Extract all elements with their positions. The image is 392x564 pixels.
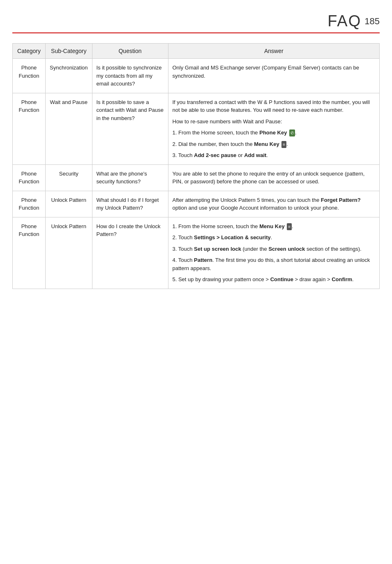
category-cell: PhoneFunction [13, 164, 46, 191]
bold-text: Screen unlock [268, 246, 305, 252]
table-row: PhoneFunction Wait and Pause Is it possi… [13, 93, 380, 164]
answer-text: Only Gmail and MS Exchange server (Compa… [173, 64, 376, 80]
bold-text: Forget Pattern? [321, 197, 361, 203]
question-cell: What are the phone's security functions? [92, 164, 168, 191]
category-cell: PhoneFunction [13, 59, 46, 93]
page-number: 185 [364, 16, 380, 27]
page-container: FAQ 185 Category Sub-Category Question A… [0, 0, 392, 564]
col-header-category: Category [13, 44, 46, 59]
category-cell: PhoneFunction [13, 93, 46, 164]
subcategory-cell: Synchronization [46, 59, 92, 93]
subcategory-cell: Security [46, 164, 92, 191]
answer-text: If you transferred a contact with the W … [173, 98, 376, 114]
table-row: PhoneFunction Unlock Pattern How do I cr… [13, 217, 380, 289]
answer-cell: Only Gmail and MS Exchange server (Compa… [168, 59, 380, 93]
question-cell: Is it possible to save a contact with Wa… [92, 93, 168, 164]
subcategory-cell: Unlock Pattern [46, 191, 92, 217]
page-header: FAQ 185 [12, 12, 380, 33]
phone-key-icon: ✆ [289, 129, 295, 136]
menu-key-icon: ≡ [281, 141, 286, 148]
col-header-question: Question [92, 44, 168, 59]
bold-text: Set up screen lock [194, 246, 241, 252]
answer-text: You are able to set the phone to require… [173, 170, 376, 186]
category-cell: PhoneFunction [13, 191, 46, 217]
answer-step: 3. Touch Set up screen lock (under the S… [173, 245, 376, 253]
answer-step: 1. From the Home screen, touch the Menu … [173, 222, 376, 231]
menu-key-icon: ≡ [287, 223, 292, 230]
table-row: PhoneFunction Unlock Pattern What should… [13, 191, 380, 217]
answer-step: 2. Touch Settings > Location & security. [173, 233, 376, 242]
bold-text: Confirm [332, 276, 352, 282]
bold-text: Phone Key [259, 129, 287, 136]
question-cell: Is it possible to synchronize my contact… [92, 59, 168, 93]
answer-cell: 1. From the Home screen, touch the Menu … [168, 217, 380, 289]
subcategory-cell: Unlock Pattern [46, 217, 92, 289]
subcategory-cell: Wait and Pause [46, 93, 92, 164]
bold-text: Continue [270, 276, 293, 282]
bold-text: Add 2-sec pause [194, 152, 236, 158]
bold-text: Menu Key [254, 141, 279, 147]
category-cell: PhoneFunction [13, 217, 46, 289]
question-cell: How do I create the Unlock Pattern? [92, 217, 168, 289]
answer-text: How to re-save numbers with Wait and Pau… [173, 118, 376, 126]
answer-step: 5. Set up by drawing your pattern once >… [173, 275, 376, 284]
table-row: PhoneFunction Security What are the phon… [13, 164, 380, 191]
answer-cell: After attempting the Unlock Pattern 5 ti… [168, 191, 380, 217]
answer-cell: If you transferred a contact with the W … [168, 93, 380, 164]
answer-step: 2. Dial the number, then touch the Menu … [173, 140, 376, 148]
faq-title: FAQ [327, 12, 361, 30]
table-row: PhoneFunction Synchronization Is it poss… [13, 59, 380, 93]
col-header-answer: Answer [168, 44, 380, 59]
bold-text: Add wait [244, 152, 266, 158]
table-header-row: Category Sub-Category Question Answer [13, 44, 380, 59]
bold-text: Pattern [194, 257, 212, 263]
question-cell: What should I do if I forget my Unlock P… [92, 191, 168, 217]
col-header-subcategory: Sub-Category [46, 44, 92, 59]
answer-step: 4. Touch Pattern. The first time you do … [173, 256, 376, 272]
answer-cell: You are able to set the phone to require… [168, 164, 380, 191]
answer-text: After attempting the Unlock Pattern 5 ti… [173, 196, 376, 212]
faq-table: Category Sub-Category Question Answer Ph… [12, 43, 380, 289]
bold-text: Menu Key [259, 223, 284, 229]
bold-text: Settings > Location & security [194, 234, 271, 240]
answer-step: 1. From the Home screen, touch the Phone… [173, 129, 376, 137]
answer-step: 3. Touch Add 2-sec pause or Add wait. [173, 151, 376, 159]
